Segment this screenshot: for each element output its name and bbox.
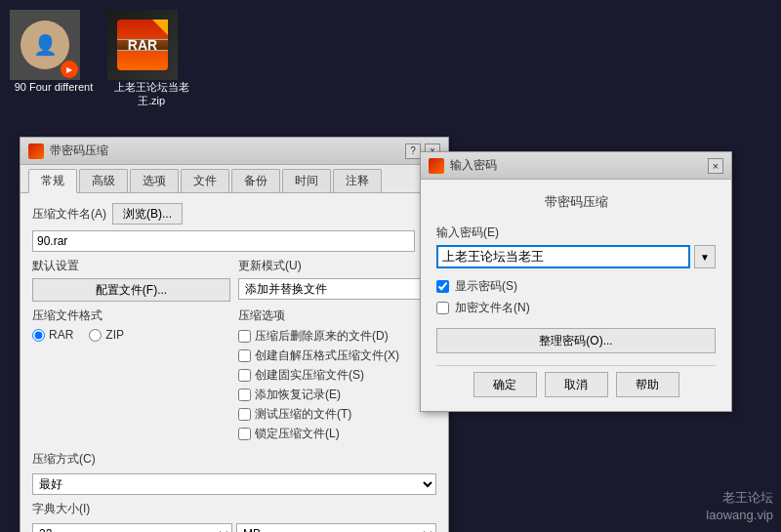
archive-name-label: 压缩文件名(A): [32, 206, 106, 223]
encrypt-filename-checkbox[interactable]: 加密文件名(N): [436, 300, 716, 316]
radio-zip[interactable]: ZIP: [89, 328, 124, 342]
desktop-icons: 👤 ▶ 90 Four different RAR 上老王论坛当老王.zip: [10, 10, 195, 108]
checkbox-opt2[interactable]: 创建自解压格式压缩文件(X): [238, 348, 436, 364]
checkbox-opt4[interactable]: 添加恢复记录(E): [238, 387, 436, 403]
watermark-line2: laowang.vip: [706, 507, 773, 524]
dict-label: 字典大小(I): [32, 501, 90, 517]
compress-options-section: 压缩选项 压缩后删除原来的文件(D) 创建自解压格式压缩文件(X) 创建固实压缩…: [238, 307, 436, 445]
winrar-titlebar: 带密码压缩 ? ×: [21, 138, 448, 165]
pwd-title-text: 输入密码: [450, 157, 497, 174]
tab-general[interactable]: 常规: [28, 169, 77, 193]
format-radio-row: RAR ZIP: [32, 328, 230, 342]
pwd-checkboxes: 显示密码(S) 加密文件名(N): [436, 278, 716, 316]
pwd-title-icon: [429, 158, 444, 174]
pwd-cancel-btn[interactable]: 取消: [545, 372, 608, 397]
pwd-help-btn[interactable]: 帮助: [616, 372, 679, 397]
play-badge: ▶: [61, 61, 78, 78]
pwd-footer: 确定 取消 帮助: [436, 365, 716, 401]
winrar-help-btn[interactable]: ?: [405, 143, 421, 159]
dict-select[interactable]: 32: [32, 523, 232, 532]
tab-files[interactable]: 文件: [181, 169, 229, 192]
desktop-icon-2[interactable]: RAR 上老王论坛当老王.zip: [107, 10, 195, 108]
icon1-label: 90 Four different: [10, 80, 98, 94]
default-settings-section: 默认设置 配置文件(F)...: [32, 258, 230, 302]
pwd-body: 带密码压缩 输入密码(E) ▼ 显示密码(S) 加密文件名(N) 整理密码(O)…: [421, 180, 731, 411]
radio-rar[interactable]: RAR: [32, 328, 73, 342]
pwd-input[interactable]: [436, 245, 690, 268]
pwd-ok-btn[interactable]: 确定: [473, 372, 537, 397]
compress-options-label: 压缩选项: [238, 307, 436, 324]
tab-options[interactable]: 选项: [130, 169, 179, 192]
format-section: 压缩文件格式 RAR ZIP: [32, 307, 230, 445]
pwd-titlebar: 输入密码 ×: [421, 152, 731, 180]
archive-name-input-row: ▼: [32, 230, 436, 252]
desktop-icon-1[interactable]: 👤 ▶ 90 Four different: [10, 10, 98, 108]
dict-row: 字典大小(I): [32, 501, 436, 517]
compress-method-label: 压缩方式(C): [32, 451, 96, 468]
format-options-row: 压缩文件格式 RAR ZIP 压缩选项: [32, 307, 436, 445]
default-settings-label: 默认设置: [32, 258, 230, 274]
browse-button[interactable]: 浏览(B)...: [112, 203, 183, 225]
winrar-body: 压缩文件名(A) 浏览(B)... ▼ 默认设置 配置文件(F)... 更新模式…: [21, 193, 448, 532]
checkbox-opt5[interactable]: 测试压缩的文件(T): [238, 406, 436, 423]
config-file-btn[interactable]: 配置文件(F)...: [32, 278, 230, 302]
update-mode-label: 更新模式(U): [238, 258, 436, 274]
archive-name-input[interactable]: [32, 230, 415, 252]
winrar-title-text: 带密码压缩: [50, 143, 108, 159]
checkbox-opt1[interactable]: 压缩后删除原来的文件(D): [238, 328, 436, 345]
dict-unit-select[interactable]: MB: [236, 523, 436, 532]
checkbox-opt6[interactable]: 锁定压缩文件(L): [238, 426, 436, 442]
winrar-tabs: 常规 高级 选项 文件 备份 时间 注释: [21, 165, 448, 193]
tab-comment[interactable]: 注释: [333, 169, 382, 192]
password-dialog: 输入密码 × 带密码压缩 输入密码(E) ▼ 显示密码(S) 加密文件名(N): [420, 151, 732, 412]
watermark-line1: 老王论坛: [706, 489, 773, 507]
icon2-label: 上老王论坛当老王.zip: [107, 80, 195, 108]
show-password-checkbox[interactable]: 显示密码(S): [436, 278, 716, 295]
checkbox-opt3[interactable]: 创建固实压缩文件(S): [238, 367, 436, 384]
update-mode-select[interactable]: 添加并替换文件: [238, 278, 436, 300]
desktop: 👤 ▶ 90 Four different RAR 上老王论坛当老王.zip 带…: [0, 0, 781, 532]
archive-name-row: 压缩文件名(A) 浏览(B)...: [32, 203, 436, 225]
update-mode-section: 更新模式(U) 添加并替换文件: [238, 258, 436, 302]
winrar-title-icon: [28, 143, 44, 159]
dict-select-row: 32 MB: [32, 523, 436, 532]
winrar-dialog: 带密码压缩 ? × 常规 高级 选项 文件 备份 时间 注释 压缩文件名(A) …: [20, 137, 449, 532]
compress-method-row: 压缩方式(C): [32, 451, 436, 468]
tab-backup[interactable]: 备份: [231, 169, 280, 192]
compress-method-select[interactable]: 最好: [32, 473, 436, 495]
pwd-close-btn[interactable]: ×: [708, 158, 723, 174]
pwd-input-row: ▼: [436, 245, 716, 268]
compress-method-select-row: 最好: [32, 473, 436, 495]
tab-time[interactable]: 时间: [282, 169, 331, 192]
settings-row: 默认设置 配置文件(F)... 更新模式(U) 添加并替换文件: [32, 258, 436, 302]
format-label: 压缩文件格式: [32, 307, 230, 324]
pwd-field-label: 输入密码(E): [436, 225, 716, 241]
watermark: 老王论坛 laowang.vip: [706, 489, 773, 524]
manage-password-btn[interactable]: 整理密码(O)...: [436, 328, 716, 353]
pwd-dropdown-btn[interactable]: ▼: [694, 245, 716, 268]
pwd-subtitle: 带密码压缩: [436, 193, 716, 211]
tab-advanced[interactable]: 高级: [79, 169, 128, 192]
